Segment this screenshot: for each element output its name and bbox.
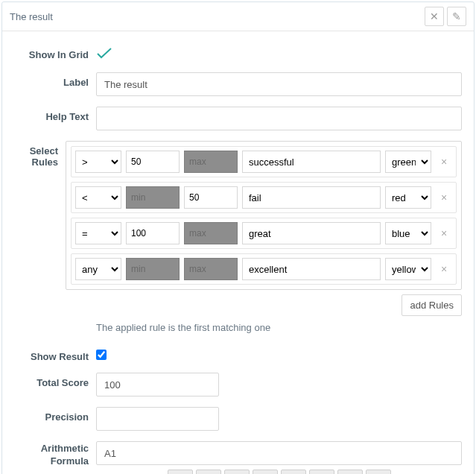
label-help-text: Help Text <box>14 107 96 122</box>
label-select-rules: Select Rules <box>14 141 66 168</box>
rule-max-input <box>184 222 238 244</box>
rule-color-select[interactable]: red <box>385 186 431 209</box>
panel-title: The result <box>10 11 53 22</box>
rule-operator-select[interactable]: any <box>75 258 121 280</box>
rules-container: >green×<red×=blue×anyyellow× <box>66 141 462 290</box>
rule-min-input[interactable] <box>126 222 180 244</box>
rule-min-input[interactable] <box>126 151 180 173</box>
rule-operator-select[interactable]: > <box>75 151 121 173</box>
label-label: Label <box>14 72 96 88</box>
row-select-rules: Select Rules >green×<red×=blue×anyyellow… <box>14 141 462 316</box>
checkmark-icon <box>96 48 112 60</box>
rule-remove-button[interactable]: × <box>436 261 452 277</box>
rule-row: =blue× <box>71 218 457 249</box>
precision-input[interactable] <box>96 407 219 431</box>
clear-button[interactable] <box>337 470 363 474</box>
formula-input[interactable] <box>96 441 462 465</box>
op-minus-button[interactable]: - <box>196 470 221 474</box>
show-result-checkbox[interactable] <box>96 350 107 360</box>
label-formula-line1: Arithmetic <box>41 443 89 454</box>
row-formula: Arithmetic Formula + - × ÷ ( ) <box>14 441 462 474</box>
panel-header: The result ✕ ✎ <box>2 2 474 31</box>
op-lparen-button[interactable]: ( <box>281 470 306 474</box>
rule-remove-button[interactable]: × <box>436 225 452 241</box>
rule-max-input[interactable] <box>184 186 238 209</box>
rule-row: anyyellow× <box>71 253 457 285</box>
rule-color-select[interactable]: yellow <box>385 258 431 280</box>
rule-row: <red× <box>71 182 457 213</box>
rule-color-select[interactable]: blue <box>385 222 431 244</box>
formula-toolbar: + - × ÷ ( ) <box>96 470 462 474</box>
row-show-in-grid: Show In Grid <box>14 45 462 62</box>
row-help-text: Help Text <box>14 107 462 130</box>
op-divide-button[interactable]: ÷ <box>253 470 278 474</box>
edit-icon-button[interactable]: ✎ <box>447 7 466 26</box>
row-label: Label <box>14 72 462 96</box>
show-in-grid-control[interactable] <box>96 45 462 62</box>
rule-text-input[interactable] <box>242 258 381 280</box>
close-icon-button[interactable]: ✕ <box>425 7 444 26</box>
rule-operator-select[interactable]: < <box>75 186 121 209</box>
row-precision: Precision <box>14 407 462 431</box>
label-show-in-grid: Show In Grid <box>14 45 96 60</box>
header-actions: ✕ ✎ <box>425 7 466 26</box>
help-text-input[interactable] <box>96 107 462 130</box>
row-total-score: Total Score <box>14 373 462 396</box>
total-score-input[interactable] <box>96 373 219 396</box>
rule-max-input <box>184 258 238 280</box>
op-times-button[interactable]: × <box>224 470 250 474</box>
close-icon: ✕ <box>430 10 439 22</box>
rule-text-input[interactable] <box>242 222 381 244</box>
rule-color-select[interactable]: green <box>385 151 431 173</box>
row-show-result: Show Result <box>14 347 462 362</box>
preview-button[interactable] <box>366 470 391 474</box>
rule-remove-button[interactable]: × <box>436 154 452 170</box>
field-config-panel: The result ✕ ✎ Show In Grid Label <box>1 1 475 474</box>
rule-operator-select[interactable]: = <box>75 222 121 244</box>
rule-min-input <box>126 258 180 280</box>
rule-text-input[interactable] <box>242 186 381 209</box>
label-show-result: Show Result <box>14 347 96 362</box>
rule-max-input <box>184 151 238 173</box>
rules-hint: The applied rule is the first matching o… <box>96 322 462 333</box>
rule-row: >green× <box>71 146 457 177</box>
label-total-score: Total Score <box>14 373 96 388</box>
panel-body: Show In Grid Label Help Text Select Rule… <box>2 31 474 474</box>
rules-footer: add Rules <box>66 294 462 316</box>
label-formula: Arithmetic Formula <box>14 441 96 468</box>
label-precision: Precision <box>14 407 96 423</box>
add-rules-button[interactable]: add Rules <box>402 294 462 316</box>
rule-text-input[interactable] <box>242 151 381 173</box>
rule-remove-button[interactable]: × <box>436 189 452 206</box>
label-formula-line2: Formula <box>51 455 89 467</box>
pencil-icon: ✎ <box>452 10 461 22</box>
op-rparen-button[interactable]: ) <box>309 470 334 474</box>
rule-min-input <box>126 186 180 209</box>
label-input[interactable] <box>96 72 462 96</box>
op-plus-button[interactable]: + <box>168 470 193 474</box>
